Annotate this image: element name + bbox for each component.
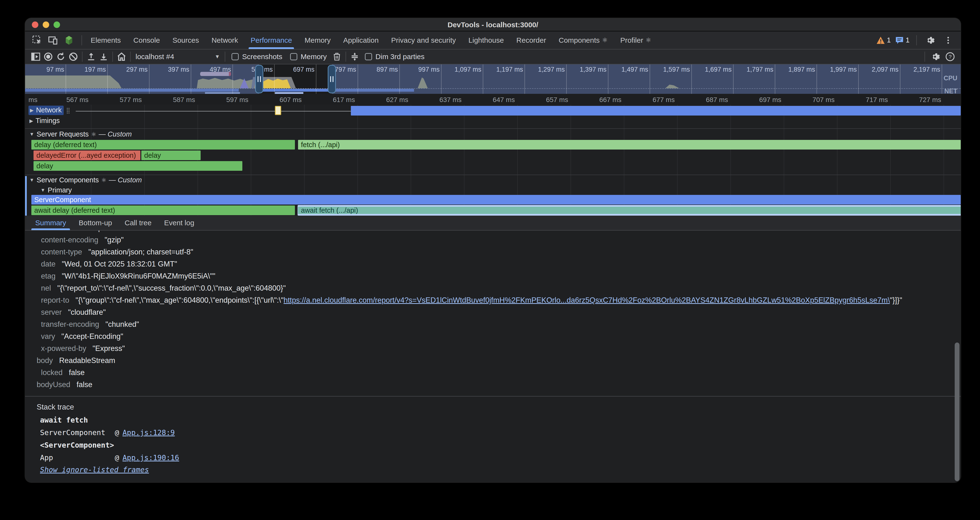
frame-source-link[interactable]: App.js:190:16 — [123, 452, 179, 464]
toggle-sidebar-icon[interactable] — [29, 51, 42, 63]
device-toolbar-icon[interactable] — [46, 33, 60, 47]
track-primary[interactable]: ▼ Primary — [40, 186, 72, 194]
screenshots-checkbox[interactable]: Screenshots — [232, 52, 282, 61]
ruler-tick-label: 707 ms — [774, 96, 835, 104]
network-request-bar[interactable] — [351, 106, 961, 116]
help-icon[interactable]: ? — [944, 51, 956, 63]
timeline-overview[interactable]: CPU NET 97 ms197 ms297 ms397 ms497 ms597… — [25, 64, 961, 94]
tab-sources[interactable]: Sources — [166, 31, 205, 49]
tab-privacy-and-security[interactable]: Privacy and security — [385, 31, 462, 49]
event-bar-label: await delay (deferred text) — [34, 207, 115, 214]
collapse-sanity-icon[interactable] — [348, 51, 361, 63]
tab-label: Application — [343, 36, 379, 45]
ruler-tick-label: 697 ms — [721, 96, 781, 104]
property-value: "Wed, 01 Oct 2025 18:32:01 GMT" — [62, 260, 177, 268]
summary-row: bodyUsedfalse — [25, 378, 961, 391]
frame-function-name: ServerComponent — [40, 426, 115, 439]
property-key: x-powered-by — [41, 344, 86, 353]
extension-gem-icon[interactable] — [62, 33, 76, 47]
property-key: body — [37, 356, 53, 365]
event-bar[interactable]: await fetch (.../api) — [298, 205, 961, 215]
tab-recorder[interactable]: Recorder — [510, 31, 552, 49]
property-key: report-to — [41, 296, 69, 304]
tab-label: Privacy and security — [391, 36, 456, 45]
ruler-tick-label: 657 ms — [508, 96, 568, 104]
dim-3rd-parties-checkbox[interactable]: Dim 3rd parties — [365, 52, 425, 61]
event-bar[interactable]: await delay (deferred text) — [31, 205, 295, 215]
event-bar[interactable]: fetch (.../api) — [298, 140, 961, 149]
property-key: date — [41, 260, 56, 268]
summary-row: content-type"application/json; charset=u… — [25, 246, 961, 258]
event-bar[interactable]: delay — [33, 161, 242, 171]
vertical-scrollbar[interactable] — [955, 342, 959, 481]
track-network[interactable]: ▶ Network ⣿ — [29, 106, 70, 115]
close-window-button[interactable] — [32, 21, 38, 28]
selection-handle-left[interactable] — [255, 65, 263, 93]
event-bar[interactable]: delay (deferred text) — [31, 140, 295, 149]
event-bar[interactable]: ServerComponent — [31, 195, 961, 205]
record-icon[interactable] — [42, 51, 54, 63]
memory-checkbox[interactable]: Memory — [290, 52, 327, 61]
event-bar[interactable]: delay — [141, 151, 200, 160]
save-profile-icon[interactable] — [97, 51, 110, 63]
capture-settings-gear-icon[interactable] — [929, 51, 942, 63]
tab-elements[interactable]: Elements — [84, 31, 127, 49]
tab-performance[interactable]: Performance — [244, 31, 298, 49]
ruler-tick-label: 597 ms — [188, 96, 248, 104]
inspect-element-icon[interactable] — [30, 33, 44, 47]
stack-frame: App@App.js:190:16 — [40, 452, 961, 464]
network-request-marker[interactable] — [275, 106, 281, 115]
kebab-menu-icon[interactable] — [942, 33, 955, 47]
ruler-tick-label: 687 ms — [668, 96, 728, 104]
tab-components[interactable]: Components⚛ — [552, 31, 614, 49]
tab-console[interactable]: Console — [127, 31, 166, 49]
summary-row: connection"keep-alive" — [25, 231, 961, 234]
track-timings[interactable]: ▶ Timings — [29, 117, 60, 125]
tab-memory[interactable]: Memory — [298, 31, 337, 49]
ruler-tick-label: 617 ms — [295, 96, 355, 104]
history-select[interactable]: localhost #4 ▼ — [133, 52, 222, 61]
settings-gear-icon[interactable] — [924, 33, 937, 47]
warnings-badge[interactable]: 1 — [876, 36, 891, 45]
report-url-link[interactable]: https://a.nel.cloudflare.com/report/v4?s… — [283, 296, 890, 304]
tab-profiler[interactable]: Profiler⚛ — [614, 31, 657, 49]
frame-function-name: App — [40, 452, 115, 464]
clear-icon[interactable] — [67, 51, 80, 63]
ruler-tick-label: 587 ms — [135, 96, 195, 104]
bottom-tab-event-log[interactable]: Event log — [158, 216, 200, 230]
zoom-window-button[interactable] — [54, 21, 60, 28]
summary-row: date"Wed, 01 Oct 2025 18:32:01 GMT" — [25, 258, 961, 270]
track-server-requests[interactable]: ▼ Server Requests ⚛ — Custom — [29, 130, 132, 138]
stack-frame: ServerComponent@App.js:128:9 — [40, 426, 961, 439]
minimize-window-button[interactable] — [43, 21, 49, 28]
property-key: nel — [41, 284, 51, 292]
bottom-tab-summary[interactable]: Summary — [29, 216, 72, 230]
tab-lighthouse[interactable]: Lighthouse — [462, 31, 510, 49]
cpu-lane-label: CPU — [943, 75, 957, 82]
bottom-tab-bottom-up[interactable]: Bottom-up — [72, 216, 118, 230]
react-atom-icon: ⚛ — [91, 131, 97, 138]
event-bar[interactable]: delayedError (...ayed exception) — [33, 151, 140, 160]
track-server-components[interactable]: ▼ Server Components ⚛ — Custom — [29, 176, 142, 184]
stack-frame-header: <ServerComponent> — [40, 439, 961, 452]
flamechart-tracks[interactable]: ▶ Network ⣿ ▶ Timings ▼ Server Requests … — [25, 105, 961, 216]
track-selection-accent — [25, 176, 27, 216]
load-profile-icon[interactable] — [85, 51, 97, 63]
event-bar-label: delay — [37, 162, 53, 170]
garbage-collect-icon[interactable] — [331, 51, 343, 63]
property-value: "cloudflare" — [68, 308, 106, 316]
tab-network[interactable]: Network — [205, 31, 244, 49]
messages-badge[interactable]: 1 — [895, 36, 910, 45]
frame-source-link[interactable]: App.js:128:9 — [123, 426, 175, 439]
show-ignore-listed-frames-link[interactable]: Show ignore-listed frames — [40, 466, 149, 474]
home-icon[interactable] — [115, 51, 128, 63]
ruler-tick-label: 667 ms — [561, 96, 621, 104]
selection-handle-right[interactable] — [328, 65, 336, 93]
bottom-tab-call-tree[interactable]: Call tree — [118, 216, 158, 230]
drag-grip-icon[interactable]: ⣿ — [66, 107, 70, 114]
property-value: ReadableStream — [59, 356, 115, 365]
tab-application[interactable]: Application — [337, 31, 385, 49]
tab-label: Profiler — [620, 36, 643, 45]
event-bar-label: delayedError (...ayed exception) — [37, 151, 136, 159]
reload-record-icon[interactable] — [54, 51, 67, 63]
